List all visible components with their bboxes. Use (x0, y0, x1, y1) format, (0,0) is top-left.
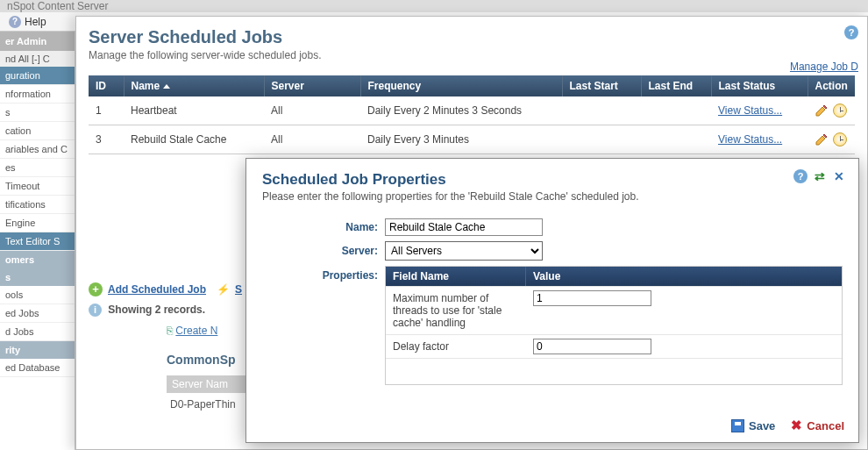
nav-item[interactable]: s (0, 104, 75, 122)
help-icon[interactable]: ? (9, 16, 21, 28)
name-input[interactable] (385, 218, 543, 236)
nav-item[interactable]: ools (0, 286, 75, 304)
nav-item[interactable]: nformation (0, 85, 75, 104)
cell-name: Heartbeat (124, 96, 264, 125)
nav-item[interactable]: tifications (0, 196, 75, 214)
left-nav-header: er Admin (0, 32, 75, 51)
server-select[interactable]: All Servers (385, 241, 543, 261)
nav-item[interactable]: Timeout (0, 177, 75, 196)
server-label: Server: (262, 245, 385, 257)
dialog-help-icon[interactable]: ? (793, 169, 808, 183)
panel-help-icon[interactable]: ? (844, 25, 858, 39)
truncated-link[interactable]: S (235, 283, 242, 296)
nav-item[interactable]: ed Jobs (0, 304, 75, 323)
cell-frequency: Daily Every 3 Minutes (360, 125, 562, 154)
manage-job-link[interactable]: Manage Job D (790, 61, 858, 73)
property-value-input[interactable] (533, 339, 651, 354)
cell-last-start (562, 125, 641, 154)
dialog-refresh-icon[interactable]: ⇄ (813, 169, 827, 183)
cell-last-status: View Status... (711, 96, 808, 125)
add-scheduled-job-link[interactable]: Add Scheduled Job (108, 283, 206, 296)
properties-table: Field Name Value Maximum number of threa… (385, 266, 843, 385)
nav-item[interactable]: ariables and C (0, 140, 75, 159)
nav-item[interactable]: guration (0, 67, 75, 85)
table-row: 3 Rebuild Stale Cache All Daily Every 3 … (89, 125, 855, 154)
cell-id: 3 (89, 125, 124, 154)
edit-icon[interactable] (815, 104, 829, 118)
cell-last-start (562, 96, 641, 125)
page-subtitle: Manage the following server-wide schedul… (89, 49, 855, 61)
cell-actions (808, 125, 855, 154)
plus-icon[interactable]: + (89, 282, 103, 296)
nav-section: omers (0, 251, 75, 268)
view-status-link[interactable]: View Status... (718, 133, 782, 146)
jobs-table: ID Name Server Frequency Last Start Last… (89, 75, 855, 154)
property-row: Delay factor (386, 334, 842, 358)
property-row: Maximum number of threads to use for 'st… (386, 286, 842, 334)
app-brand: nSpot Content Server (0, 0, 868, 12)
left-nav: er Admin nd All [-] C guration nformatio… (0, 32, 75, 450)
col-name[interactable]: Name (124, 75, 264, 96)
record-count: Showing 2 records. (108, 304, 205, 316)
cell-server: All (264, 96, 360, 125)
nav-item[interactable]: es (0, 159, 75, 177)
col-last-status[interactable]: Last Status (711, 75, 808, 96)
property-field: Delay factor (386, 335, 526, 358)
cell-last-status: View Status... (711, 125, 808, 154)
prop-col-value: Value (526, 267, 842, 286)
create-link[interactable]: Create N (175, 325, 217, 337)
cell-last-end (641, 125, 711, 154)
schedule-icon[interactable] (833, 132, 847, 146)
nav-section: s (0, 268, 75, 286)
cell-server: All (264, 125, 360, 154)
view-status-link[interactable]: View Status... (718, 104, 782, 117)
cell-last-end (641, 96, 711, 125)
cell-name: Rebuild Stale Cache (124, 125, 264, 154)
prop-col-field: Field Name (386, 267, 526, 286)
col-server[interactable]: Server (264, 75, 360, 96)
col-id[interactable]: ID (89, 75, 124, 96)
nav-section: rity (0, 341, 75, 359)
col-last-start[interactable]: Last Start (562, 75, 641, 96)
cancel-button[interactable]: ✖ Cancel (791, 418, 844, 433)
nav-item[interactable]: ed Database (0, 359, 75, 377)
manage-job-link-wrap: Manage Job D (790, 61, 858, 73)
nav-item[interactable]: d Jobs (0, 323, 75, 341)
nav-item[interactable]: Engine (0, 214, 75, 232)
page-title: Server Scheduled Jobs (89, 27, 855, 47)
table-row: 1 Heartbeat All Daily Every 2 Minutes 3 … (89, 96, 855, 125)
properties-label: Properties: (262, 266, 385, 282)
nav-item[interactable]: cation (0, 122, 75, 140)
info-icon: i (89, 304, 102, 317)
left-nav-filter: nd All [-] C (0, 51, 75, 67)
help-label[interactable]: Help (25, 16, 46, 28)
lightning-icon: ⚡ (217, 283, 230, 296)
sort-asc-icon (163, 84, 170, 89)
property-value-input[interactable] (533, 290, 651, 306)
dialog-close-icon[interactable]: ✕ (832, 169, 846, 183)
name-label: Name: (262, 221, 385, 233)
cancel-icon: ✖ (791, 418, 802, 433)
cell-actions (808, 96, 855, 125)
dialog-subtitle: Please enter the following properties fo… (262, 190, 843, 203)
col-frequency[interactable]: Frequency (360, 75, 562, 96)
property-field: Maximum number of threads to use for 'st… (386, 287, 526, 334)
cell-frequency: Daily Every 2 Minutes 3 Seconds (360, 96, 562, 125)
edit-icon[interactable] (815, 132, 829, 146)
save-button[interactable]: Save (731, 419, 775, 432)
save-icon (731, 419, 744, 432)
scheduled-job-properties-dialog: ? ⇄ ✕ Scheduled Job Properties Please en… (245, 158, 859, 443)
dialog-title: Scheduled Job Properties (262, 171, 843, 189)
cell-id: 1 (89, 96, 124, 125)
nav-item[interactable]: Text Editor S (0, 232, 75, 251)
col-last-end[interactable]: Last End (641, 75, 711, 96)
col-actions[interactable]: Action (808, 75, 855, 96)
schedule-icon[interactable] (833, 104, 847, 118)
